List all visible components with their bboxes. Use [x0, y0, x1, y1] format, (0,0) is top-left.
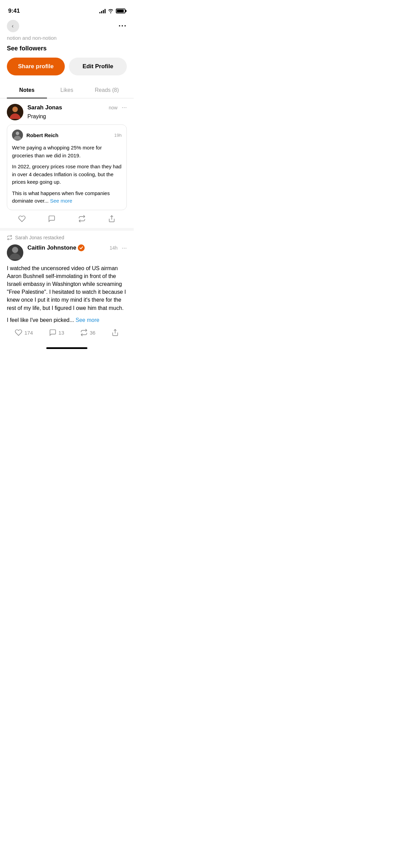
status-bar: 9:41: [0, 0, 134, 17]
see-followers[interactable]: See followers: [0, 42, 134, 58]
tabs: Notes Likes Reads (8): [0, 82, 134, 98]
nav-bar: ‹ ···: [0, 17, 134, 35]
post-2: Caitlin Johnstone 14h ···: [0, 240, 134, 342]
back-button[interactable]: ‹: [7, 20, 19, 32]
avatar-sarah-image: [7, 104, 23, 120]
quoted-note-1-time: 19h: [114, 133, 122, 138]
post-2-paragraph-2: I feel like I've been picked... See more: [7, 316, 127, 324]
heart-icon: [18, 215, 26, 222]
post-1-actions: [7, 215, 127, 222]
comment-button-1[interactable]: [48, 215, 56, 222]
post-1-more-button[interactable]: ···: [122, 104, 127, 111]
quoted-note-1-body: We're paying a whopping 25% more for gro…: [12, 144, 122, 205]
post-1-text: Praying: [27, 112, 127, 120]
share-profile-button[interactable]: Share profile: [7, 58, 65, 75]
see-more-link-1[interactable]: See more: [50, 198, 72, 204]
avatar-caitlin-image: [7, 244, 23, 261]
battery-icon: [116, 9, 125, 13]
quoted-note-1-header: Robert Reich 19h: [12, 130, 122, 141]
post-2-meta: Caitlin Johnstone 14h ···: [27, 244, 127, 252]
share-button-2[interactable]: [111, 329, 119, 336]
svg-point-3: [16, 132, 19, 135]
signal-icon: [99, 9, 106, 13]
action-buttons: Share profile Edit Profile: [0, 58, 134, 82]
post-2-author: Caitlin Johnstone: [27, 244, 76, 251]
post-2-time: 14h: [110, 245, 118, 251]
restack-label: Sarah Jonas restacked: [15, 235, 64, 240]
comment-count-2: 13: [59, 330, 64, 336]
status-icons: [99, 9, 125, 13]
restack-icon: [78, 215, 86, 222]
tab-likes[interactable]: Likes: [47, 82, 87, 98]
wifi-icon: [108, 9, 114, 13]
post-1-author: Sarah Jonas: [27, 104, 62, 111]
edit-profile-button[interactable]: Edit Profile: [69, 58, 127, 75]
home-bar: [46, 347, 87, 349]
status-time: 9:41: [8, 8, 20, 14]
share-icon-2: [111, 329, 119, 336]
checkmark-icon: [79, 246, 83, 250]
like-button-2[interactable]: 174: [15, 329, 33, 336]
like-button-1[interactable]: [18, 215, 26, 222]
quoted-note-1[interactable]: Robert Reich 19h We're paying a whopping…: [7, 124, 127, 210]
see-more-link-2[interactable]: See more: [76, 317, 99, 323]
partial-header: notion and non-notion: [0, 35, 134, 42]
restack-indicator: Sarah Jonas restacked: [0, 231, 134, 240]
post-1-author-row: Sarah Jonas now ···: [27, 104, 127, 111]
post-2-more-button[interactable]: ···: [122, 244, 127, 252]
avatar-robert-image: [12, 130, 23, 141]
post-2-author-row: Caitlin Johnstone 14h ···: [27, 244, 127, 252]
share-button-1[interactable]: [108, 215, 116, 222]
post-2-body: I watched the uncensored video of US air…: [7, 264, 127, 324]
avatar-caitlin[interactable]: [7, 244, 23, 261]
post-2-wrapper: Sarah Jonas restacked Caitlin Johnstone: [0, 231, 134, 342]
restack-button-1[interactable]: [78, 215, 86, 222]
post-2-paragraph-1: I watched the uncensored video of US air…: [7, 264, 127, 312]
restack-count-2: 36: [90, 330, 96, 336]
tab-notes[interactable]: Notes: [7, 82, 47, 98]
avatar-sarah[interactable]: [7, 104, 23, 120]
share-icon: [108, 215, 116, 222]
svg-point-1: [12, 107, 18, 112]
home-indicator: [0, 342, 134, 352]
restack-icon-2: [80, 329, 88, 336]
restack-button-2[interactable]: 36: [80, 329, 96, 336]
post-1-time: now: [109, 105, 118, 110]
restack-small-icon: [7, 235, 12, 240]
heart-icon-2: [15, 329, 22, 336]
post-1-meta: Sarah Jonas now ··· Praying: [27, 104, 127, 120]
more-button[interactable]: ···: [119, 22, 127, 31]
svg-point-6: [12, 247, 18, 253]
avatar-robert-reich: [12, 130, 23, 141]
back-chevron-icon: ‹: [12, 23, 13, 29]
post-2-header: Caitlin Johnstone 14h ···: [7, 244, 127, 261]
post-1: Sarah Jonas now ··· Praying: [0, 98, 134, 231]
feed: Sarah Jonas now ··· Praying: [0, 98, 134, 342]
tab-reads[interactable]: Reads (8): [87, 82, 127, 98]
verified-badge: [78, 244, 85, 251]
post-1-header: Sarah Jonas now ··· Praying: [7, 104, 127, 120]
comment-button-2[interactable]: 13: [49, 329, 64, 336]
comment-icon: [48, 215, 56, 222]
quoted-note-1-author: Robert Reich: [26, 132, 111, 138]
like-count-2: 174: [24, 330, 33, 336]
comment-icon-2: [49, 329, 57, 336]
post-2-actions: 174 13 36: [7, 329, 127, 336]
